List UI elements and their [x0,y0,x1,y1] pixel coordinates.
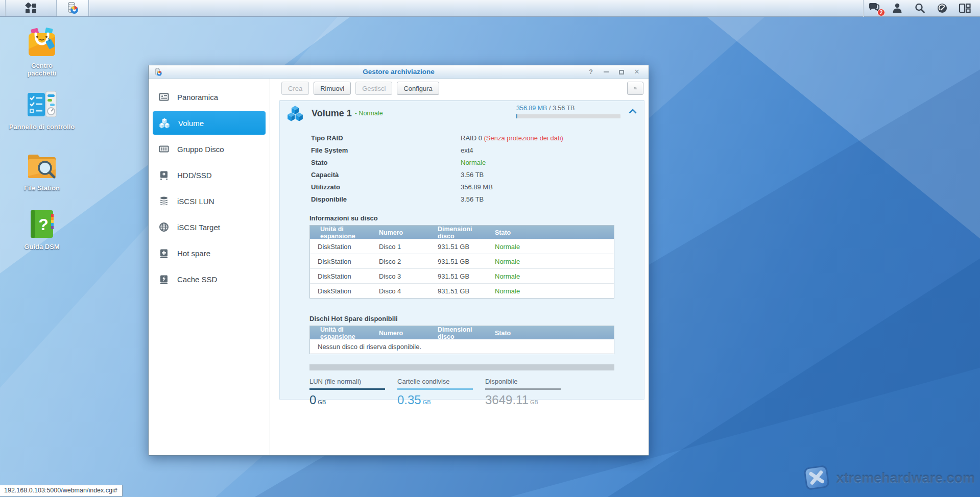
taskbar-storage-manager-button[interactable] [57,0,88,16]
sidebar-item-label: Hot spare [177,249,210,258]
detail-value: 3.56 TB [461,195,484,203]
system-health-button[interactable] [931,0,953,17]
sidebar-item-hot-spare[interactable]: Hot spare [153,241,266,265]
cell-status: Normale [487,287,614,295]
sidebar-item-label: iSCSI LUN [177,197,214,206]
app-menu-icon [25,3,38,14]
detail-value: Normale [461,159,486,166]
stat-underline [485,388,561,390]
col-size: Dimensioni disco [430,226,487,240]
sidebar-item-volume[interactable]: Volume [153,111,266,135]
dsm-help-icon: ? [26,208,58,240]
volume-usage: 356.89 MB / 3.56 TB [516,105,620,118]
window-app-icon [154,68,162,77]
detail-row: Stato Normale [311,156,644,168]
detail-row: File System ext4 [311,144,644,156]
sidebar-item-panoramica[interactable]: Panoramica [153,85,266,109]
collapse-chevron-icon[interactable] [629,109,637,114]
status-bar-url: 192.168.0.103:5000/webman/index.cgi# [0,485,123,496]
desktop-icon-control-panel[interactable]: Pannello di controllo [4,88,80,131]
usage-used: 356.89 MB [516,105,547,112]
hotspare-table: Unità di espansione Numero Dimensioni di… [309,326,614,354]
sidebar-item-iscsi-target[interactable]: iSCSI Target [153,215,266,239]
volume-header[interactable]: Volume 1 - Normale 356.89 MB / 3.56 TB [280,101,644,126]
cell-unit: DiskStation [310,287,371,295]
cell-number: Disco 4 [371,287,430,295]
detail-row: Capacità 3.56 TB [311,168,644,181]
desktop-icon-package-center[interactable]: Centro pacchetti [4,27,80,77]
sidebar-item-hdd-ssd[interactable]: HDD/SSD [153,163,266,187]
content-area: Crea Rimuovi Gestisci Configura [270,79,649,455]
sidebar-item-label: Cache SSD [177,275,217,284]
sidebar-item-iscsi-lun[interactable]: iSCSI LUN [153,189,266,213]
pilot-view-button[interactable] [953,0,976,17]
package-center-icon [26,27,58,59]
sidebar-item-label: Volume [178,119,204,128]
table-header: Unità di espansione Numero Dimensioni di… [310,226,614,239]
control-panel-icon [26,88,58,120]
sort-list-button[interactable] [627,82,643,95]
desktop-icon-dsm-help[interactable]: ? Guida DSM [4,208,80,251]
watermark-text: xtremehardware.com [836,470,975,486]
help-button[interactable]: ? [587,65,594,79]
manage-button: Gestisci [355,82,392,95]
stat-underline [309,388,385,390]
file-station-icon [26,149,58,182]
hdd-icon [159,170,169,180]
create-button: Crea [281,82,309,95]
stat-value: 0.35 [397,393,421,407]
stat-shared-folders: Cartelle condivise 0.35GB [397,378,473,407]
raid-warning: (Senza protezione dei dati) [484,134,563,142]
sidebar-item-cache-ssd[interactable]: Cache SSD [153,267,266,291]
taskbar-divider [88,0,89,16]
usage-separator: / [547,105,552,112]
table-row[interactable]: DiskStation Disco 3 931.51 GB Normale [310,268,614,283]
detail-label: Utilizzato [311,183,461,191]
sidebar-item-label: HDD/SSD [177,171,212,180]
usage-total: 3.56 TB [553,105,575,112]
stat-available: Disponibile 3649.11GB [485,378,561,407]
col-number: Numero [371,229,430,236]
configure-button[interactable]: Configura [397,82,439,95]
stat-underline [397,388,473,390]
stat-unit: GB [530,399,538,405]
sidebar-item-label: iSCSI Target [177,223,220,232]
detail-value: 356.89 MB [461,183,493,191]
window-titlebar[interactable]: Gestore archiviazione ? ✕ [149,65,649,79]
sidebar-item-gruppo-disco[interactable]: Gruppo Disco [153,137,266,161]
table-row[interactable]: DiskStation Disco 1 931.51 GB Normale [310,239,614,254]
table-row[interactable]: DiskStation Disco 4 931.51 GB Normale [310,283,614,298]
raid-type: RAID 0 [461,134,484,142]
detail-value: 3.56 TB [461,171,484,179]
user-icon [892,3,903,14]
stat-value: 0 [309,393,316,407]
detail-label: Disponibile [311,195,461,203]
close-button[interactable]: ✕ [633,65,640,79]
desktop-icon-label: Centro pacchetti [4,62,80,77]
overview-icon [159,92,169,102]
remove-button[interactable]: Rimuovi [314,82,351,95]
cell-number: Disco 2 [371,258,430,265]
notifications-button[interactable]: 2 [864,0,886,17]
main-menu-button[interactable] [6,0,56,16]
volume-name: Volume 1 [312,108,352,119]
col-number: Numero [371,330,430,337]
empty-row: Nessun disco di riserva disponibile. [310,339,614,354]
sidebar-item-label: Panoramica [177,93,218,102]
usage-progressbar [516,114,620,118]
maximize-button[interactable] [618,70,625,74]
search-button[interactable] [909,0,931,17]
disk-group-icon [159,144,169,154]
desktop-icon-file-station[interactable]: File Station [4,149,80,192]
cell-status: Normale [487,272,614,280]
table-row[interactable]: DiskStation Disco 2 931.51 GB Normale [310,254,614,268]
storage-manager-icon [66,2,79,15]
user-menu-button[interactable] [886,0,909,17]
minimize-button[interactable] [603,71,610,72]
stat-lun: LUN (file normali) 0GB [309,378,385,407]
gauge-icon [937,3,948,14]
detail-label: Tipo RAID [311,134,461,142]
detail-label: Capacità [311,171,461,179]
desktop-icon-label: Pannello di controllo [4,123,80,131]
volume-icon [286,104,304,122]
